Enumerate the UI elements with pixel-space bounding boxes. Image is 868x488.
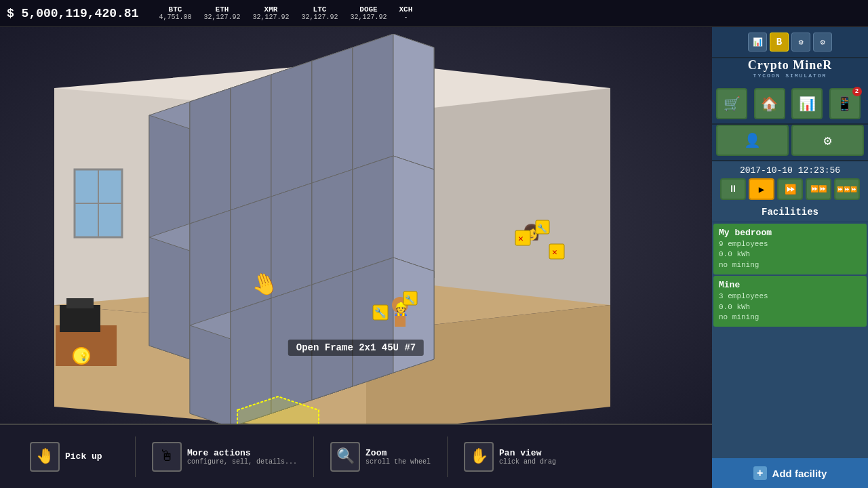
more-actions-label: More actions: [187, 448, 297, 458]
crypto-eth: ETH32,127.92: [203, 5, 240, 21]
logo-text-area: Crypto MineR TYCOON SIMULATOR: [712, 58, 868, 84]
people-button[interactable]: 👤: [716, 125, 789, 156]
datetime-display: 2017-10-10 12:23:56: [712, 161, 868, 178]
balance-display: $ 5,000,119,420.81: [7, 7, 138, 20]
svg-text:🔧: 🔧: [374, 307, 387, 319]
svg-text:🔧: 🔧: [537, 223, 547, 234]
game-area: 💡: [0, 27, 712, 488]
facility-mine-power: 0.0 kWh: [719, 302, 861, 312]
pause-button[interactable]: ⏸: [720, 178, 746, 200]
facility-mine-mining: no mining: [719, 312, 861, 323]
add-facility-label: Add facility: [772, 468, 827, 479]
pickup-action[interactable]: 🤚 Pick up: [14, 436, 136, 477]
pickup-icon-box: 🤚: [30, 442, 60, 472]
add-facility-button[interactable]: + Add facility: [712, 458, 868, 488]
facility-mine[interactable]: Mine 3 employees 0.0 kWh no mining: [713, 276, 867, 327]
selected-item-label: Open Frame 2x1 45U #7: [288, 340, 424, 356]
svg-marker-49: [312, 271, 353, 400]
pickup-label: Pick up: [65, 451, 102, 462]
monitor-screen: [66, 298, 94, 308]
crypto-ltc: LTC32,127.92: [301, 5, 338, 21]
mobile-button[interactable]: 📱 2: [829, 88, 861, 119]
facility-bedroom-power: 0.0 kWh: [719, 249, 861, 260]
zoom-label: Zoom: [366, 448, 431, 458]
svg-marker-22: [149, 237, 190, 359]
zoom-icon: 🔍: [336, 447, 355, 466]
fast-button[interactable]: ⏩: [777, 178, 803, 200]
main-container: 💡: [0, 27, 868, 488]
play-button[interactable]: ▶: [749, 178, 774, 200]
warehouse-button[interactable]: 🏠: [754, 88, 785, 119]
svg-text:✕: ✕: [552, 247, 557, 258]
logo-icons: 📊 B ⚙ ⚙: [748, 33, 832, 52]
svg-marker-52: [353, 258, 393, 386]
svg-text:🔧: 🔧: [405, 294, 415, 305]
pan-label: Pan view: [499, 448, 556, 458]
more-actions-icon: 🖱: [159, 447, 174, 466]
room-svg: 💡: [14, 34, 705, 424]
svg-text:✕: ✕: [518, 234, 524, 244]
svg-marker-40: [190, 325, 231, 424]
bottom-hud: 🤚 Pick up 🖱 More actions configure, sell…: [0, 424, 712, 488]
fastest-button[interactable]: ⏩⏩⏩: [834, 178, 860, 200]
crypto-xmr: XMR32,127.92: [252, 5, 289, 21]
facility-mine-name: Mine: [719, 280, 861, 290]
facility-bedroom-mining: no mining: [719, 260, 861, 270]
zoom-action: 🔍 Zoom scroll the wheel: [314, 436, 448, 477]
right-panel: 📊 B ⚙ ⚙ Crypto MineR TYCOON SIMULATOR 🛒 …: [712, 27, 868, 488]
faster-button[interactable]: ⏩⏩: [806, 178, 831, 200]
pan-desc: click and drag: [499, 458, 556, 466]
plus-icon: +: [753, 466, 767, 480]
more-actions-action[interactable]: 🖱 More actions configure, sell, details.…: [136, 436, 314, 477]
pan-action: ✋ Pan view click and drag: [448, 436, 572, 477]
logo-subtitle: TYCOON SIMULATOR: [712, 73, 868, 79]
logo-area: 📊 B ⚙ ⚙: [712, 27, 868, 58]
facility-bedroom-employees: 9 employees: [719, 239, 861, 249]
settings-button[interactable]: ⚙: [791, 125, 864, 156]
facilities-header: Facilities: [712, 204, 868, 222]
pan-icon-box: ✋: [464, 442, 494, 472]
gear2-icon: ⚙: [813, 33, 832, 52]
facility-bedroom-name: My bedroom: [719, 228, 861, 238]
crypto-list: BTC4,751.08ETH32,127.92XMR32,127.92LTC32…: [159, 5, 412, 21]
pan-text: Pan view click and drag: [499, 448, 556, 466]
top-bar: $ 5,000,119,420.81 BTC4,751.08ETH32,127.…: [0, 0, 868, 27]
more-actions-icon-box: 🖱: [152, 442, 182, 472]
zoom-icon-box: 🔍: [330, 442, 360, 472]
mobile-badge: 2: [852, 87, 862, 96]
bar-chart-icon: 📊: [748, 33, 767, 52]
logo-title: Crypto MineR: [712, 58, 868, 73]
crypto-xch: XCH-: [399, 5, 413, 21]
pickup-icon: 🤚: [36, 447, 54, 466]
facility-mine-employees: 3 employees: [719, 291, 861, 302]
isometric-view[interactable]: 💡: [0, 27, 712, 424]
facilities-list: My bedroom 9 employees 0.0 kWh no mining…: [712, 222, 868, 458]
crypto-btc: BTC4,751.08: [159, 5, 191, 21]
nav-row2: 👤 ⚙: [712, 125, 868, 161]
shop-button[interactable]: 🛒: [716, 88, 747, 119]
pickup-text: Pick up: [65, 451, 102, 462]
svg-text:💡: 💡: [79, 351, 89, 362]
stats-button[interactable]: 📊: [791, 88, 823, 119]
nav-buttons: 🛒 🏠 📊 📱 2: [712, 84, 868, 125]
more-actions-desc: configure, sell, details...: [187, 458, 297, 466]
monitor: [60, 305, 100, 332]
facility-my-bedroom[interactable]: My bedroom 9 employees 0.0 kWh no mining: [713, 224, 867, 274]
speed-controls: ⏸ ▶ ⏩ ⏩⏩ ⏩⏩⏩: [712, 178, 868, 204]
zoom-text: Zoom scroll the wheel: [366, 448, 431, 466]
crypto-doge: DOGE32,127.92: [351, 5, 387, 21]
gear1-icon: ⚙: [791, 33, 810, 52]
pan-icon: ✋: [470, 447, 488, 466]
more-actions-text: More actions configure, sell, details...: [187, 448, 297, 466]
bitcoin-icon: B: [770, 33, 789, 52]
zoom-desc: scroll the wheel: [366, 458, 431, 466]
